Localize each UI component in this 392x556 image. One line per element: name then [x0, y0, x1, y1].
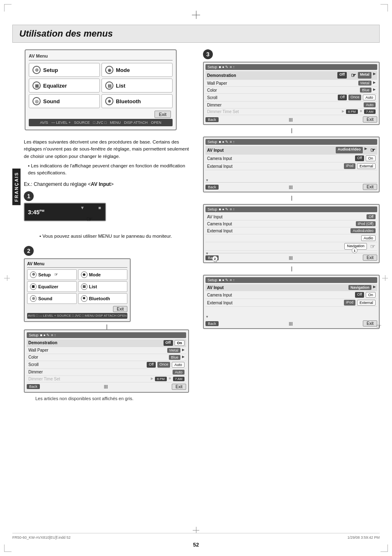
screen3b-row-avinput: AV Input Audio&Video ▶ ☞ [205, 146, 377, 155]
step2-av-menu: AV Menu ⚙ Setup ☞ ◉ Mode ▦ Equalizer [24, 258, 131, 322]
screen3d: Setup■ ● ✎ ≡ ↑ AV Input Navigation ▶ Cam… [203, 275, 380, 329]
step2-finger: ☞ [54, 272, 58, 277]
non-disponibles-text: Les articles non disponibles sont affich… [35, 396, 189, 401]
screen3c-row-audio: Audio [205, 234, 377, 242]
step2-list-icon: ▤ [81, 283, 88, 290]
screen3a-row-demo: Demonstration Off ☞ Metal ▶ [205, 71, 377, 80]
main-content: AV Menu ⚙ Setup ◉ Mode ▦ Equalizer ▤ Lis… [12, 49, 380, 535]
av-menu-title: AV Menu [29, 53, 173, 60]
screen3c: Setup■ ● ✎ ≡ ↑ AV Input Off Camera Input… [203, 204, 380, 263]
screen3c-title: Setup■ ● ✎ ≡ ↑ [205, 206, 377, 212]
footer-left: FR50-60_KW-AVX810[EU]f.indd 52 [12, 535, 71, 540]
side-cross-left [4, 275, 10, 281]
step1-finger-icon: ☞ [86, 215, 93, 224]
step1-circle: 1 [24, 191, 34, 201]
av-menu-sound-label: Sound [43, 98, 60, 104]
step2-setup-screen: Setup ■ ● ✎ ≡ ↑ Demonstration Off On Wal… [24, 329, 189, 393]
bluetooth-icon: ✱ [105, 97, 113, 105]
step2-setup-icon: ⚙ [30, 271, 37, 278]
step2-bt-item: ✱ Bluetooth [78, 293, 128, 304]
cursor1: 1 [352, 248, 357, 253]
screen3d-row-camera: Camera Input Off On [205, 291, 377, 299]
ex-bold: AV Input [91, 181, 111, 187]
description-text: Les étapes suivantes décrivent une des p… [24, 139, 189, 176]
mode-icon: ◉ [105, 66, 113, 74]
step1-screen: 3:45PM ▼ ■ ☞ [24, 203, 106, 221]
av-menu-controls: AV/S — LEVEL + SOURCE □ JVC □ MENU DISP … [29, 119, 173, 126]
step2-eq-label: Equalizer [38, 284, 58, 289]
screen3b-back[interactable]: Back [205, 185, 219, 190]
av-menu-item-equalizer: ▦ Equalizer [29, 79, 100, 93]
screen3d-title: Setup■ ● ✎ ≡ ↑ [205, 277, 377, 283]
screen3a-back-bar: Back |||| Exit [205, 116, 377, 123]
av-menu-item-list: ▤ List [101, 79, 173, 93]
screen3b-exit[interactable]: Exit [363, 184, 377, 190]
ex-suffix: > [111, 181, 114, 187]
screen3d-back[interactable]: Back [205, 321, 219, 326]
title-bar: Utilisation des menus [12, 25, 380, 43]
step2-sound-label: Sound [38, 296, 52, 301]
screen3b-row-ext: External Input iPod External [205, 162, 377, 170]
step2-sound-item: ◎ Sound [27, 293, 77, 304]
step2-setup-item: ⚙ Setup ☞ [27, 269, 77, 280]
screen3a-title: Setup■ ● ✎ ≡ ↑ [205, 64, 377, 70]
step2-back-btn[interactable]: Back [27, 384, 40, 389]
sound-icon: ◎ [32, 97, 41, 105]
step2-controls: AV/S □ — LEVEL + SOURCE □ JVC □ MENU DIS… [27, 313, 127, 319]
av-menu-equalizer-label: Equalizer [43, 83, 67, 89]
screen3a-exit[interactable]: Exit [363, 116, 377, 123]
av-menu-item-setup: ⚙ Setup [29, 63, 100, 77]
ex-text: Ex.: Changement du réglage <AV Input> [24, 181, 189, 187]
finger3b: ☞ [370, 147, 376, 153]
step2-row-color: Color Blue ▶ [27, 354, 186, 361]
step2-row-dimmer-time: Dimmer Time Set ▶ 6 PM ✱ 7 AM [27, 376, 186, 382]
step2-row-demo: Demonstration Off On [27, 339, 186, 347]
step1-square: ■ [98, 205, 101, 210]
step2-setup-label: Setup [38, 272, 51, 277]
step2-list-item: ▤ List [78, 281, 128, 292]
screen3c-row-ext: External Input Audio&video [205, 227, 377, 234]
corner-mark-bl [4, 544, 12, 552]
step2-av-menu-grid: ⚙ Setup ☞ ◉ Mode ▦ Equalizer ▤ List [27, 269, 127, 304]
step1-arrow: ▼ [80, 205, 85, 210]
exit-button-top[interactable]: Exit [154, 111, 171, 118]
step3-circle: 3 [203, 49, 213, 59]
screen3c-row-avinput: AV Input Off [205, 213, 377, 220]
step2-eq-icon: ▦ [30, 283, 37, 290]
right-column: 3 Setup■ ● ✎ ≡ ↑ Demonstration Off ☞ Met… [203, 49, 380, 329]
step2-row-wallpaper: Wall Paper Metal ▶ [27, 347, 186, 354]
cursor-numbers: 1 [352, 248, 357, 253]
screen3a-row-dimmertime: Dimmer Time Set ▶ 6 PM ✱ 7 AM [205, 109, 377, 115]
step1-container: 1 3:45PM ▼ ■ ☞ [12, 191, 189, 221]
step2-row-dimmer: Dimmer Auto [27, 369, 186, 376]
connector1 [24, 324, 189, 329]
footer: FR50-60_KW-AVX810[EU]f.indd 52 1/29/08 3… [12, 533, 380, 540]
connector3 [203, 196, 380, 201]
desc-bullet1: Les indications de l'affichage peuvent c… [24, 162, 189, 177]
screen3d-row-ext: External Input iPod External [205, 299, 377, 307]
cursor2: 2 [212, 256, 218, 262]
page-number: 52 [193, 542, 199, 548]
cursor-numbers2: 2 [212, 256, 218, 262]
screen3a-row-wallpaper: Wall Paper Metal ▶ [205, 80, 377, 87]
step2-exit-btn[interactable]: Exit [113, 306, 127, 312]
corner-mark-br [380, 544, 388, 552]
step1-bullet: Vous pouvez aussi utiliser MENU sur le p… [35, 233, 189, 240]
top-crosshair [192, 11, 200, 19]
step1-header: 1 [24, 191, 106, 201]
screen3c-exit[interactable]: Exit [363, 255, 377, 261]
left-column: AV Menu ⚙ Setup ◉ Mode ▦ Equalizer ▤ Lis… [12, 49, 189, 401]
screen3a-row-dimmer: Dimmer Auto [205, 102, 377, 109]
screen3d-exit[interactable]: Exit ☞ [363, 320, 377, 327]
finger3c1: ☞ [370, 243, 376, 250]
screen3a-back[interactable]: Back [205, 117, 219, 122]
screen3b-back-bar: Back |||| Exit [205, 184, 377, 190]
av-menu-item-sound: ◎ Sound [29, 94, 100, 108]
step2-exit-btn2[interactable]: Exit [172, 384, 186, 390]
step2-setup-title: Setup ■ ● ✎ ≡ ↑ [27, 332, 186, 338]
step2-row-scroll: Scroll Off Once Auto [27, 361, 186, 369]
av-menu-item-bluetooth: ✱ Bluetooth [101, 94, 173, 108]
step2-mode-label: Mode [89, 272, 101, 277]
screen3c-row-camera: Camera Input iPod (Off) [205, 220, 377, 227]
step2-list-label: List [89, 284, 97, 289]
